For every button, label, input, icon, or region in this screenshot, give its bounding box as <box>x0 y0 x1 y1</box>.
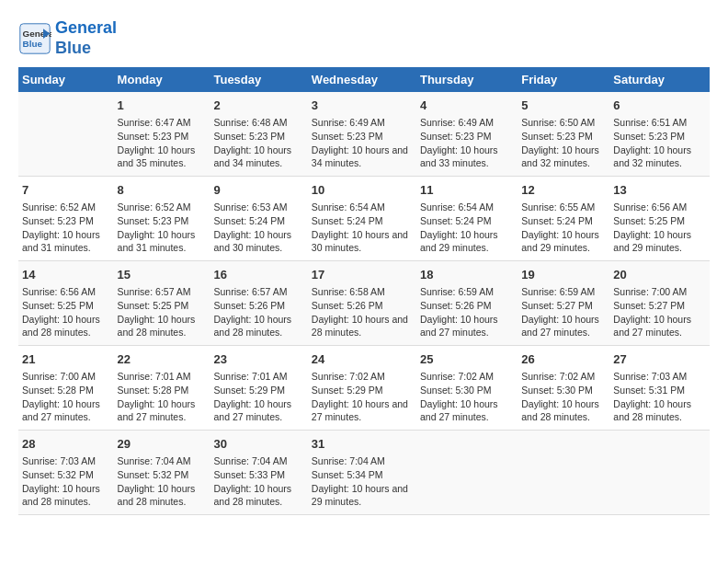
day-number: 9 <box>213 182 303 199</box>
day-number: 25 <box>420 351 514 368</box>
day-number: 10 <box>312 182 413 199</box>
calendar-cell: 21Sunrise: 7:00 AMSunset: 5:28 PMDayligh… <box>18 346 114 431</box>
day-number: 24 <box>312 351 413 368</box>
calendar-cell: 25Sunrise: 7:02 AMSunset: 5:30 PMDayligh… <box>416 346 518 431</box>
day-info: Sunrise: 7:04 AMSunset: 5:33 PMDaylight:… <box>213 454 303 509</box>
calendar-cell: 6Sunrise: 6:51 AMSunset: 5:23 PMDaylight… <box>609 92 710 176</box>
calendar-cell: 27Sunrise: 7:03 AMSunset: 5:31 PMDayligh… <box>609 346 710 431</box>
day-info: Sunrise: 7:00 AMSunset: 5:28 PMDaylight:… <box>22 370 110 424</box>
day-info: Sunrise: 7:02 AMSunset: 5:29 PMDaylight:… <box>312 370 413 424</box>
header-cell-saturday: Saturday <box>609 67 710 92</box>
calendar-cell: 15Sunrise: 6:57 AMSunset: 5:25 PMDayligh… <box>114 261 210 346</box>
calendar-cell: 23Sunrise: 7:01 AMSunset: 5:29 PMDayligh… <box>210 346 307 431</box>
calendar-cell: 17Sunrise: 6:58 AMSunset: 5:26 PMDayligh… <box>308 261 416 346</box>
day-info: Sunrise: 6:57 AMSunset: 5:25 PMDaylight:… <box>118 285 207 339</box>
day-info: Sunrise: 7:02 AMSunset: 5:30 PMDaylight:… <box>420 370 514 424</box>
calendar-table: SundayMondayTuesdayWednesdayThursdayFrid… <box>18 67 710 515</box>
day-info: Sunrise: 7:00 AMSunset: 5:27 PMDaylight:… <box>613 285 706 339</box>
day-info: Sunrise: 7:04 AMSunset: 5:32 PMDaylight:… <box>118 454 207 509</box>
calendar-cell: 16Sunrise: 6:57 AMSunset: 5:26 PMDayligh… <box>210 261 307 346</box>
day-info: Sunrise: 7:04 AMSunset: 5:34 PMDaylight:… <box>312 454 413 509</box>
calendar-cell: 9Sunrise: 6:53 AMSunset: 5:24 PMDaylight… <box>210 177 307 261</box>
day-number: 14 <box>22 267 110 283</box>
calendar-cell: 28Sunrise: 7:03 AMSunset: 5:32 PMDayligh… <box>18 430 114 514</box>
calendar-cell: 10Sunrise: 6:54 AMSunset: 5:24 PMDayligh… <box>308 177 416 261</box>
calendar-cell: 20Sunrise: 7:00 AMSunset: 5:27 PMDayligh… <box>609 261 710 346</box>
day-info: Sunrise: 7:03 AMSunset: 5:32 PMDaylight:… <box>22 454 110 509</box>
day-info: Sunrise: 7:03 AMSunset: 5:31 PMDaylight:… <box>613 370 706 424</box>
day-info: Sunrise: 6:50 AMSunset: 5:23 PMDaylight:… <box>521 116 606 170</box>
day-info: Sunrise: 6:47 AMSunset: 5:23 PMDaylight:… <box>118 116 207 170</box>
calendar-cell: 12Sunrise: 6:55 AMSunset: 5:24 PMDayligh… <box>518 177 609 261</box>
day-number: 27 <box>613 351 706 368</box>
day-number: 22 <box>118 351 207 368</box>
day-info: Sunrise: 6:48 AMSunset: 5:23 PMDaylight:… <box>213 116 303 170</box>
day-info: Sunrise: 6:57 AMSunset: 5:26 PMDaylight:… <box>213 285 303 339</box>
logo: General Blue General Blue <box>18 18 117 58</box>
day-info: Sunrise: 6:58 AMSunset: 5:26 PMDaylight:… <box>312 285 413 339</box>
logo-icon: General Blue <box>18 22 51 55</box>
calendar-cell: 5Sunrise: 6:50 AMSunset: 5:23 PMDaylight… <box>518 92 609 176</box>
day-number: 15 <box>118 267 207 283</box>
calendar-cell: 3Sunrise: 6:49 AMSunset: 5:23 PMDaylight… <box>308 92 416 176</box>
day-info: Sunrise: 6:52 AMSunset: 5:23 PMDaylight:… <box>118 201 207 255</box>
day-number: 17 <box>312 267 413 283</box>
week-row-1: 1Sunrise: 6:47 AMSunset: 5:23 PMDaylight… <box>18 92 710 176</box>
header-cell-thursday: Thursday <box>416 67 518 92</box>
calendar-cell: 30Sunrise: 7:04 AMSunset: 5:33 PMDayligh… <box>210 430 307 514</box>
day-number: 7 <box>22 182 110 199</box>
calendar-cell <box>518 430 609 514</box>
week-row-5: 28Sunrise: 7:03 AMSunset: 5:32 PMDayligh… <box>18 430 710 514</box>
calendar-cell: 29Sunrise: 7:04 AMSunset: 5:32 PMDayligh… <box>114 430 210 514</box>
day-info: Sunrise: 6:59 AMSunset: 5:26 PMDaylight:… <box>420 285 514 339</box>
day-info: Sunrise: 7:02 AMSunset: 5:30 PMDaylight:… <box>521 370 606 424</box>
day-info: Sunrise: 6:59 AMSunset: 5:27 PMDaylight:… <box>521 285 606 339</box>
day-number: 18 <box>420 267 514 283</box>
day-info: Sunrise: 6:55 AMSunset: 5:24 PMDaylight:… <box>521 201 606 255</box>
day-number: 12 <box>521 182 606 199</box>
header-cell-sunday: Sunday <box>18 67 114 92</box>
day-number: 21 <box>22 351 110 368</box>
calendar-cell <box>609 430 710 514</box>
day-info: Sunrise: 6:54 AMSunset: 5:24 PMDaylight:… <box>420 201 514 255</box>
calendar-cell: 19Sunrise: 6:59 AMSunset: 5:27 PMDayligh… <box>518 261 609 346</box>
calendar-cell: 1Sunrise: 6:47 AMSunset: 5:23 PMDaylight… <box>114 92 210 176</box>
day-number: 16 <box>213 267 303 283</box>
day-number: 30 <box>213 436 303 453</box>
day-number: 19 <box>521 267 606 283</box>
header-cell-friday: Friday <box>518 67 609 92</box>
day-number: 20 <box>613 267 706 283</box>
day-number: 6 <box>613 98 706 114</box>
calendar-cell <box>18 92 114 176</box>
day-number: 3 <box>312 98 413 114</box>
week-row-2: 7Sunrise: 6:52 AMSunset: 5:23 PMDaylight… <box>18 177 710 261</box>
logo-text-line2: Blue <box>55 39 117 59</box>
day-info: Sunrise: 7:01 AMSunset: 5:28 PMDaylight:… <box>118 370 207 424</box>
calendar-cell: 13Sunrise: 6:56 AMSunset: 5:25 PMDayligh… <box>609 177 710 261</box>
calendar-cell: 8Sunrise: 6:52 AMSunset: 5:23 PMDaylight… <box>114 177 210 261</box>
header-cell-wednesday: Wednesday <box>308 67 416 92</box>
logo-text-line1: General <box>55 18 117 39</box>
day-info: Sunrise: 6:49 AMSunset: 5:23 PMDaylight:… <box>312 116 413 170</box>
calendar-cell: 31Sunrise: 7:04 AMSunset: 5:34 PMDayligh… <box>308 430 416 514</box>
day-number: 28 <box>22 436 110 453</box>
day-number: 11 <box>420 182 514 199</box>
day-number: 31 <box>312 436 413 453</box>
week-row-3: 14Sunrise: 6:56 AMSunset: 5:25 PMDayligh… <box>18 261 710 346</box>
day-info: Sunrise: 6:51 AMSunset: 5:23 PMDaylight:… <box>613 116 706 170</box>
calendar-cell: 14Sunrise: 6:56 AMSunset: 5:25 PMDayligh… <box>18 261 114 346</box>
calendar-cell: 11Sunrise: 6:54 AMSunset: 5:24 PMDayligh… <box>416 177 518 261</box>
day-info: Sunrise: 6:49 AMSunset: 5:23 PMDaylight:… <box>420 116 514 170</box>
header-cell-monday: Monday <box>114 67 210 92</box>
day-info: Sunrise: 6:52 AMSunset: 5:23 PMDaylight:… <box>22 201 110 255</box>
calendar-cell: 22Sunrise: 7:01 AMSunset: 5:28 PMDayligh… <box>114 346 210 431</box>
calendar-cell: 18Sunrise: 6:59 AMSunset: 5:26 PMDayligh… <box>416 261 518 346</box>
day-number: 5 <box>521 98 606 114</box>
day-info: Sunrise: 6:56 AMSunset: 5:25 PMDaylight:… <box>22 285 110 339</box>
header: General Blue General Blue <box>18 18 710 58</box>
calendar-cell: 4Sunrise: 6:49 AMSunset: 5:23 PMDaylight… <box>416 92 518 176</box>
calendar-cell: 24Sunrise: 7:02 AMSunset: 5:29 PMDayligh… <box>308 346 416 431</box>
day-number: 29 <box>118 436 207 453</box>
calendar-cell <box>416 430 518 514</box>
day-info: Sunrise: 6:56 AMSunset: 5:25 PMDaylight:… <box>613 201 706 255</box>
